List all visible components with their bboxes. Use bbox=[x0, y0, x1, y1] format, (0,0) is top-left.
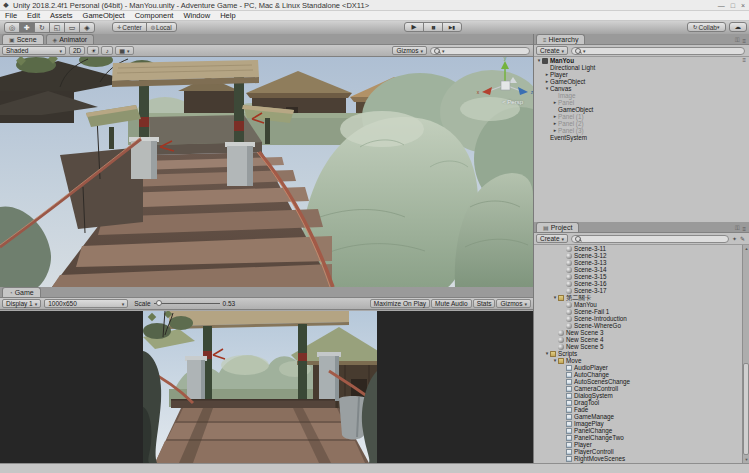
project-item[interactable]: PanelChange bbox=[534, 427, 749, 434]
menu-gameobject[interactable]: GameObject bbox=[78, 11, 130, 20]
project-item[interactable]: New Scene 3 bbox=[534, 329, 749, 336]
hierarchy-item[interactable]: EventSystem bbox=[534, 134, 749, 141]
game-gizmos-dropdown[interactable]: Gizmos▾ bbox=[496, 299, 531, 308]
project-item[interactable]: CameraControll bbox=[534, 385, 749, 392]
minimize-button[interactable]: — bbox=[718, 2, 725, 9]
project-item[interactable]: RightMoveScenes bbox=[534, 455, 749, 462]
menu-assets[interactable]: Assets bbox=[45, 11, 78, 20]
scale-track[interactable] bbox=[154, 303, 220, 304]
hierarchy-item[interactable]: ▸Panel (3) bbox=[534, 127, 749, 134]
stats-toggle[interactable]: Stats bbox=[473, 299, 496, 308]
hierarchy-item[interactable]: ▸GameObject bbox=[534, 78, 749, 85]
project-item[interactable]: Player bbox=[534, 441, 749, 448]
panel-menu-icon[interactable]: ≡ bbox=[742, 226, 746, 232]
scene-audio-toggle[interactable]: ♪ bbox=[101, 46, 113, 55]
project-item[interactable]: ManYou bbox=[534, 301, 749, 308]
project-item[interactable]: Scene-3-14 bbox=[534, 266, 749, 273]
menu-window[interactable]: Window bbox=[178, 11, 215, 20]
scene-gizmos-dropdown[interactable]: Gizmos▾ bbox=[392, 46, 427, 55]
move-tool[interactable]: ✚ bbox=[19, 22, 35, 33]
search-by-type-icon[interactable]: ✦ bbox=[732, 235, 737, 242]
hierarchy-item[interactable]: Directional Light bbox=[534, 64, 749, 71]
project-item[interactable]: DialogSystem bbox=[534, 392, 749, 399]
2d-toggle[interactable]: 2D bbox=[69, 46, 85, 55]
hierarchy-create-button[interactable]: Create▾ bbox=[536, 46, 568, 55]
hierarchy-item[interactable]: ▸Panel bbox=[534, 99, 749, 106]
scene-context-menu-icon[interactable]: ≡ bbox=[742, 57, 746, 64]
scene-camera-mode-label[interactable]: < Persp bbox=[502, 99, 523, 105]
project-create-button[interactable]: Create▾ bbox=[536, 234, 568, 243]
project-item[interactable]: Scene-3-17 bbox=[534, 287, 749, 294]
scene-lighting-toggle[interactable]: ☀ bbox=[87, 46, 99, 55]
menu-file[interactable]: File bbox=[0, 11, 22, 20]
hierarchy-item[interactable]: ▸Player bbox=[534, 71, 749, 78]
project-scrollbar[interactable]: ▲ ▼ bbox=[742, 245, 749, 463]
project-item[interactable]: New Scene 4 bbox=[534, 336, 749, 343]
scene-effects-dropdown[interactable]: ▦▾ bbox=[115, 46, 133, 55]
scene-search-input[interactable]: ▾ bbox=[430, 47, 530, 55]
pause-button[interactable]: ▮▮ bbox=[423, 22, 443, 32]
project-item[interactable]: DragTool bbox=[534, 399, 749, 406]
panel-menu-icon[interactable]: ≡ bbox=[742, 38, 746, 44]
maximize-on-play-toggle[interactable]: Maximize On Play bbox=[370, 299, 430, 308]
project-item[interactable]: GameManage bbox=[534, 413, 749, 420]
collab-button[interactable]: ↻Collab▾ bbox=[687, 22, 726, 32]
shading-mode-dropdown[interactable]: Shaded▾ bbox=[2, 46, 66, 55]
project-item[interactable]: New Scene 5 bbox=[534, 343, 749, 350]
project-item[interactable]: ImagePlay bbox=[534, 420, 749, 427]
hierarchy-item[interactable]: ▸Panel (1) bbox=[534, 113, 749, 120]
scale-knob[interactable] bbox=[156, 300, 162, 306]
menu-component[interactable]: Component bbox=[130, 11, 179, 20]
project-item[interactable]: Scene-3-11 bbox=[534, 245, 749, 252]
hierarchy-item[interactable]: ▸Panel (2) bbox=[534, 120, 749, 127]
project-search-input[interactable] bbox=[571, 235, 729, 243]
project-item[interactable]: Scene-3-15 bbox=[534, 273, 749, 280]
project-item[interactable]: Fade bbox=[534, 406, 749, 413]
lock-icon[interactable]: ⚿ bbox=[735, 37, 740, 44]
maximize-button[interactable]: □ bbox=[731, 2, 735, 9]
rotate-tool[interactable]: ↻ bbox=[34, 22, 50, 33]
project-item[interactable]: Scene-3-13 bbox=[534, 259, 749, 266]
tab-game[interactable]: ◔Game bbox=[2, 287, 41, 297]
search-by-label-icon[interactable]: ✎ bbox=[740, 235, 745, 242]
tab-scene[interactable]: ▣Scene bbox=[2, 34, 44, 44]
close-button[interactable]: × bbox=[741, 2, 745, 9]
project-item[interactable]: PlayerControll bbox=[534, 448, 749, 455]
tab-animator[interactable]: ◈Animator bbox=[46, 34, 95, 44]
scene-viewport[interactable]: y x z < Persp bbox=[0, 57, 533, 287]
cloud-button[interactable]: ☁ bbox=[729, 22, 748, 32]
aspect-dropdown[interactable]: 1000x650▾ bbox=[44, 299, 128, 308]
project-item[interactable]: ▾Move bbox=[534, 357, 749, 364]
rect-tool[interactable]: ▭ bbox=[64, 22, 80, 33]
hierarchy-item[interactable]: Image bbox=[534, 92, 749, 99]
project-item[interactable]: Scene-Introduction bbox=[534, 315, 749, 322]
menu-edit[interactable]: Edit bbox=[22, 11, 45, 20]
scroll-up-icon[interactable]: ▲ bbox=[743, 245, 749, 252]
hierarchy-empty-area[interactable] bbox=[534, 151, 749, 222]
pivot-button[interactable]: ✛Center bbox=[112, 22, 147, 32]
game-view-area[interactable] bbox=[0, 311, 533, 463]
tab-project[interactable]: ▤Project bbox=[536, 222, 579, 232]
project-item[interactable]: ▾第二關卡 bbox=[534, 294, 749, 301]
tab-hierarchy[interactable]: ≡Hierarchy bbox=[536, 34, 585, 44]
scale-tool[interactable]: ◱ bbox=[49, 22, 65, 33]
project-item[interactable]: ▾Scripts bbox=[534, 350, 749, 357]
scrollbar-thumb[interactable] bbox=[743, 363, 749, 455]
project-item[interactable]: PanelChangeTwo bbox=[534, 434, 749, 441]
project-item[interactable]: AutoScenesChange bbox=[534, 378, 749, 385]
hierarchy-item[interactable]: ▾ManYou≡ bbox=[534, 57, 749, 64]
project-item[interactable]: Scene-3-12 bbox=[534, 252, 749, 259]
display-dropdown[interactable]: Display 1▾ bbox=[2, 299, 41, 308]
hand-tool[interactable]: ◎ bbox=[4, 22, 20, 33]
hierarchy-search-input[interactable]: ▾ bbox=[571, 47, 745, 55]
project-item[interactable]: Scene-Fail 1 bbox=[534, 308, 749, 315]
menu-help[interactable]: Help bbox=[215, 11, 240, 20]
scroll-down-icon[interactable]: ▼ bbox=[743, 456, 749, 463]
project-item[interactable]: AutoChange bbox=[534, 371, 749, 378]
transform-tool[interactable]: ◈ bbox=[79, 22, 95, 33]
project-item[interactable]: AudioPlayer bbox=[534, 364, 749, 371]
hierarchy-item[interactable]: GameObject bbox=[534, 106, 749, 113]
space-button[interactable]: ◎Local bbox=[146, 22, 177, 32]
project-item[interactable]: Scene-WhereGo bbox=[534, 322, 749, 329]
lock-icon[interactable]: ⚿ bbox=[735, 225, 740, 232]
